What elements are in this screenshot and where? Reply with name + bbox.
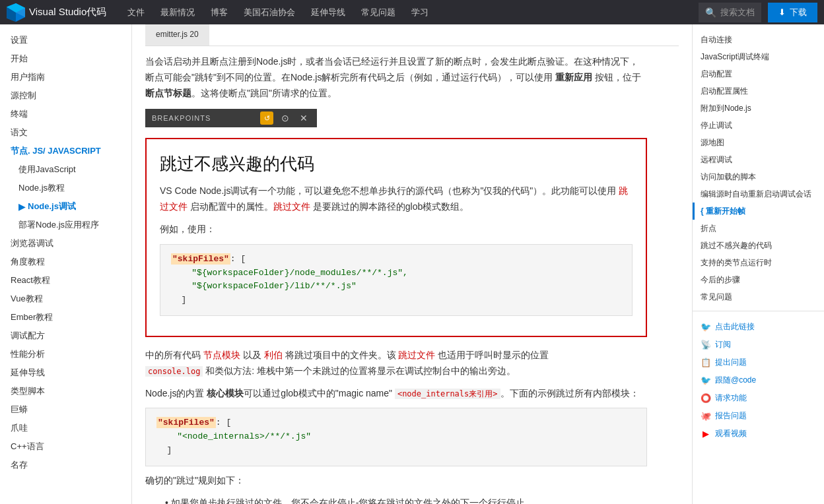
skipfiles-link-3[interactable]: 跳过文件 [398, 350, 435, 360]
sidebar-item-angular[interactable]: 角度教程 [0, 253, 131, 271]
toc-skip-uninteresting[interactable]: 跳过不感兴趣的代码 [693, 237, 824, 254]
sidebar-item-vue[interactable]: Vue教程 [0, 290, 131, 308]
sidebar-item-cpp[interactable]: C++语言 [0, 437, 131, 456]
sidebar-item-nodejs-js[interactable]: 节点. JS/ JAVASCRIPT [0, 142, 131, 160]
breakpoints-refresh-button[interactable]: ↺ [260, 111, 273, 125]
code-line-1: "${workspaceFolder}/node_modules/**/*.js… [191, 268, 408, 278]
skipfiles-link-2[interactable]: 跳过文件 [273, 201, 310, 212]
github-request-icon: ⭕ [701, 393, 711, 404]
sidebar-item-nodejs-tutorial[interactable]: Node.js教程 [0, 179, 131, 197]
content-area: 当会话启动并且断点注册到Node.js时，或者当会话已经运行并且设置了新的断点时… [145, 46, 647, 504]
toc-section: 自动连接 JavaScript调试终端 启动配置 启动配置属性 附加到Node.… [693, 31, 824, 305]
sidebar-item-start[interactable]: 开始 [0, 49, 131, 68]
content-para1: 中的所有代码 节点模块 以及 利伯 将跳过项目中的文件夹。该 跳过文件 也适用于… [145, 348, 647, 379]
search-icon: 🔍 [705, 7, 716, 18]
toc-common-questions[interactable]: 常见问题 [693, 288, 824, 305]
sidebar-item-browser-debug[interactable]: 浏览器调试 [0, 234, 131, 253]
sidebar-item-react[interactable]: React教程 [0, 271, 131, 290]
toc-auto-connect[interactable]: 自动连接 [693, 31, 824, 48]
download-button[interactable]: ⬇ 下载 [768, 3, 817, 22]
code-block-2: "skipFiles": [ "<node_internals>/**/*.js… [145, 408, 647, 466]
action-report-label[interactable]: 报告问题 [715, 410, 747, 422]
action-video[interactable]: ▶ 观看视频 [693, 425, 824, 443]
download-arrow-icon: ⬇ [778, 7, 786, 17]
search-label: 搜索文档 [720, 7, 755, 18]
toc-next-steps[interactable]: 今后的步骤 [693, 271, 824, 288]
toc-access-scripts[interactable]: 访问加载的脚本 [693, 168, 824, 185]
action-report[interactable]: 🐙 报告问题 [693, 407, 824, 425]
cp1-mid2: 将跳过项目中的文件夹。该 [283, 350, 399, 360]
sidebar-item-deploy-nodejs[interactable]: 部署Node.js应用程序 [0, 216, 131, 234]
nav-links: 文件 最新情况 博客 美国石油协会 延伸导线 常见问题 学习 [120, 0, 699, 24]
nav-link-api[interactable]: 美国石油协会 [236, 0, 303, 24]
sidebar-item-extensions[interactable]: 延伸导线 [0, 363, 131, 382]
tab-emitter[interactable]: emitter.js 20 [145, 24, 209, 46]
nav-link-latest[interactable]: 最新情况 [153, 0, 203, 24]
toc-launch-config[interactable]: 启动配置 [693, 65, 824, 82]
sidebar-item-userguide[interactable]: 用户指南 [0, 68, 131, 86]
cp1-mid1: 以及 [240, 350, 264, 360]
sidebar-item-settings[interactable]: 设置 [0, 31, 131, 49]
breakpoints-settings-button[interactable]: ⊙ [279, 111, 292, 125]
nav-link-faq[interactable]: 常见问题 [353, 0, 403, 24]
node-modules-link[interactable]: 节点模块 [203, 350, 240, 360]
bullet1-text: 如果您单步执行跳过的文件，您不会在此停止-您将在跳过的文件之外的下一个行行停止。 [171, 497, 535, 504]
action-twitter-label[interactable]: 点击此链接 [715, 321, 755, 332]
sidebar-item-use-js[interactable]: 使用JavaScript [0, 160, 131, 179]
action-rss-label[interactable]: 订阅 [715, 339, 731, 350]
nav-link-file[interactable]: 文件 [120, 0, 153, 24]
action-video-label[interactable]: 观看视频 [715, 428, 747, 439]
issue-icon: 📋 [701, 358, 711, 368]
sidebar-item-terminal[interactable]: 终端 [0, 105, 131, 123]
logo[interactable]: Visual Studio代码 [7, 3, 106, 22]
node-internals-code: <node_internals来引用> [395, 389, 500, 399]
left-sidebar: 设置 开始 用户指南 源控制 终端 语文 节点. JS/ JAVASCRIPT … [0, 24, 132, 504]
toc-remote-debug[interactable]: 远程调试 [693, 151, 824, 168]
action-follow-label[interactable]: 跟随@code [715, 375, 756, 386]
code-key-skipfiles2: "skipFiles" [156, 417, 216, 428]
section-para1-before: VS Code Node.js调试有一个功能，可以避免您不想单步执行的源代码（也… [160, 185, 619, 196]
sidebar-item-debug-recipes[interactable]: 调试配方 [0, 327, 131, 345]
breakpoints-label: BREAKPOINTS [152, 114, 211, 122]
search-box[interactable]: 🔍 搜索文档 [699, 3, 761, 22]
action-rss[interactable]: 📡 订阅 [693, 336, 824, 354]
intro-paragraph: 当会话启动并且断点注册到Node.js时，或者当会话已经运行并且设置了新的断点时… [145, 54, 647, 101]
intro-text-content: 当会话启动并且断点注册到Node.js时，或者当会话已经运行并且设置了新的断点时… [145, 56, 641, 98]
action-twitter-link[interactable]: 🐦 点击此链接 [693, 318, 824, 336]
sidebar-item-java[interactable]: 爪哇 [0, 419, 131, 437]
sidebar-item-ember[interactable]: Ember教程 [0, 308, 131, 327]
toc-stop-debug[interactable]: 停止调试 [693, 117, 824, 134]
toc-restart-frame[interactable]: { 重新开始帧 [693, 203, 824, 220]
sidebar-item-perf[interactable]: 性能分析 [0, 345, 131, 363]
sidebar-arrow-icon: ▶ [18, 202, 25, 212]
action-follow-twitter[interactable]: 🐦 跟随@code [693, 371, 824, 389]
cp1-after: 也适用于呼叫时显示的位置 [435, 350, 549, 360]
rss-icon: 📡 [701, 340, 711, 350]
lib-link[interactable]: 利伯 [264, 350, 283, 360]
toc-supported-runtimes[interactable]: 支持的类节点运行时 [693, 254, 824, 271]
section-para1-after: 是要跳过的脚本路径的glob模式数组。 [310, 201, 469, 212]
youtube-icon: ▶ [701, 429, 711, 439]
toc-auto-restart[interactable]: 编辑源时自动重新启动调试会话 [693, 185, 824, 203]
nav-link-learn[interactable]: 学习 [403, 0, 436, 24]
toc-attach-nodejs[interactable]: 附加到Node.js [693, 100, 824, 117]
action-request[interactable]: ⭕ 请求功能 [693, 389, 824, 407]
bullet-list: • 如果您单步执行跳过的文件，您不会在此停止-您将在跳过的文件之外的下一个行行停… [152, 495, 647, 504]
breakpoints-close-button[interactable]: ✕ [297, 111, 310, 125]
nav-link-blog[interactable]: 博客 [203, 0, 236, 24]
action-issue[interactable]: 📋 提出问题 [693, 354, 824, 371]
sidebar-item-source[interactable]: 源控制 [0, 86, 131, 105]
code-line-node-internals: "<node_internals>/**/*.js" [177, 431, 311, 441]
toc-launch-config-props[interactable]: 启动配置属性 [693, 82, 824, 100]
sidebar-item-nodejs-debug[interactable]: ▶ Node.js调试 [0, 197, 131, 216]
nav-link-extensions[interactable]: 延伸导线 [303, 0, 353, 24]
sidebar-item-language[interactable]: 语文 [0, 123, 131, 142]
sidebar-item-python[interactable]: 巨蟒 [0, 400, 131, 419]
action-request-label[interactable]: 请求功能 [715, 393, 747, 404]
action-issue-label[interactable]: 提出问题 [715, 357, 747, 368]
toc-source-maps[interactable]: 源地图 [693, 134, 824, 151]
sidebar-item-misc[interactable]: 名存 [0, 456, 131, 474]
sidebar-item-typescript[interactable]: 类型脚本 [0, 382, 131, 400]
toc-breakpoints[interactable]: 折点 [693, 220, 824, 237]
toc-js-debug-terminal[interactable]: JavaScript调试终端 [693, 48, 824, 65]
